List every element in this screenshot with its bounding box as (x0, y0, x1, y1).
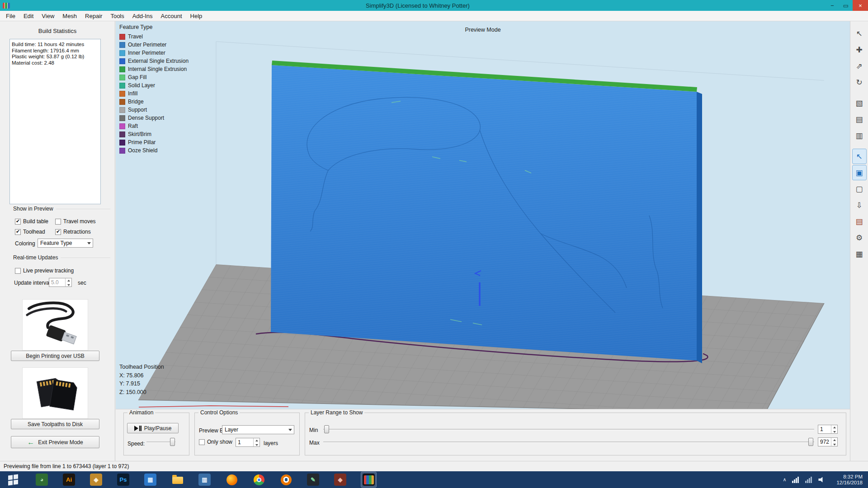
view-top-button[interactable]: ▥ (852, 128, 867, 143)
checkbox-build-table[interactable]: Build table (15, 218, 48, 225)
menu-item-edit[interactable]: Edit (19, 13, 38, 19)
taskbar-app-modeling[interactable]: ◆ (334, 474, 346, 486)
machine-control-button[interactable]: ▦ (852, 246, 867, 262)
usb-print-button-label: Begin Printing over USB (26, 353, 84, 359)
cross-section-button[interactable]: ▣ (852, 165, 867, 180)
taskbar-app-firefox[interactable] (226, 474, 238, 486)
build-table-checkbox[interactable] (15, 219, 21, 225)
build-table-label: Build table (23, 218, 48, 225)
preview-by-select[interactable]: Layer (222, 425, 294, 434)
min-layer-slider[interactable] (323, 425, 814, 434)
taskbar-app-tiles[interactable]: ▦ (144, 474, 156, 486)
rotate-tool-button[interactable]: ↻ (852, 75, 867, 90)
taskbar-app-pen[interactable]: ✎ (307, 474, 319, 486)
speed-slider-thumb[interactable] (170, 438, 175, 446)
import-model-button[interactable]: ⇩ (852, 197, 867, 213)
spinner-arrows-icon[interactable] (831, 425, 837, 433)
menu-item-help[interactable]: Help (186, 13, 207, 19)
view-side-button[interactable]: ▤ (852, 112, 867, 127)
taskbar-app-illustrator[interactable]: Ai (63, 474, 75, 486)
menu-item-view[interactable]: View (38, 13, 58, 19)
exit-preview-button[interactable]: ← Exit Preview Mode (11, 436, 99, 448)
layer-range-group-title: Layer Range to Show (309, 409, 364, 416)
legend-swatch-prime-pillar (119, 140, 125, 145)
coloring-select[interactable]: Feature Type (38, 239, 93, 248)
taskbar-app-simplify3d[interactable] (361, 472, 376, 487)
move-tool-button[interactable]: ✚ (852, 42, 867, 57)
retractions-checkbox[interactable] (55, 229, 61, 235)
speed-slider[interactable] (146, 437, 175, 446)
live-preview-checkbox[interactable] (15, 268, 21, 274)
view-front-button[interactable]: ▧ (852, 95, 867, 111)
max-layer-slider[interactable] (323, 437, 814, 446)
volume-icon[interactable] (818, 477, 824, 483)
usb-print-button[interactable]: Begin Printing over USB (11, 351, 99, 361)
checkbox-travel-moves[interactable]: Travel moves (55, 218, 96, 225)
close-button[interactable]: × (853, 0, 868, 11)
maximize-button[interactable]: ▭ (839, 0, 853, 11)
only-show-layers-input[interactable]: 1 (236, 438, 260, 447)
title-bar[interactable]: Simplify3D (Licensed to Whitney Potter) … (0, 0, 868, 11)
settings-button[interactable]: ⚙ (852, 230, 867, 245)
animation-group-title: Animation (127, 409, 155, 416)
toolhead-select-button[interactable]: ↖ (852, 149, 867, 164)
stat-build-time: Build time: 11 hours 42 minutes (12, 42, 99, 48)
viewport-3d[interactable]: Preview Mode Feature Type Travel Outer P… (116, 21, 850, 409)
taskbar-app-calculator[interactable]: ▥ (198, 474, 211, 486)
calculator-icon: ▥ (202, 477, 207, 483)
window-controls: − ▭ × (826, 0, 868, 11)
menu-item-mesh[interactable]: Mesh (58, 13, 81, 19)
legend-item: Dense Support (119, 114, 189, 122)
checkbox-retractions[interactable]: Retractions (55, 229, 91, 235)
legend-label: Internal Single Extrusion (128, 66, 187, 72)
menu-item-account[interactable]: Account (157, 13, 186, 19)
wireframe-view-button[interactable]: ▢ (852, 181, 867, 197)
taskbar-clock[interactable]: 8:32 PM 12/16/2018 (836, 474, 863, 486)
menu-item-tools[interactable]: Tools (106, 13, 128, 19)
travel-moves-checkbox[interactable] (55, 219, 61, 225)
move-icon: ✚ (856, 45, 862, 55)
layer-range-group: Layer Range to Show Min 1 Max 972 (305, 413, 846, 455)
network-signal-icon[interactable] (792, 477, 799, 483)
legend-item: Bridge (119, 98, 189, 106)
checkbox-live-preview[interactable]: Live preview tracking (15, 267, 74, 274)
cellular-signal-icon[interactable] (805, 477, 812, 483)
legend-swatch-solid-layer (119, 83, 125, 89)
cube-side-icon: ▤ (855, 115, 863, 124)
spinner-arrows-icon[interactable] (831, 438, 837, 446)
taskbar-app-photoshop[interactable]: Ps (117, 474, 129, 486)
scale-tool-button[interactable]: ⇗ (852, 58, 867, 74)
play-pause-button[interactable]: Play/Pause (127, 423, 179, 433)
min-layer-input[interactable]: 1 (818, 425, 838, 434)
min-slider-thumb[interactable] (324, 425, 329, 433)
legend-label: Gap Fill (128, 74, 146, 80)
checkbox-only-show[interactable]: Only show (199, 439, 232, 445)
taskbar-start-button[interactable] (5, 473, 21, 487)
menu-item-repair[interactable]: Repair (81, 13, 106, 19)
menu-item-add-ins[interactable]: Add-Ins (128, 13, 157, 19)
taskbar-app-blender[interactable] (280, 474, 292, 486)
taskbar-app-green[interactable]: ◕ (36, 474, 48, 486)
menu-item-file[interactable]: File (2, 13, 19, 19)
only-show-checkbox[interactable] (199, 439, 205, 445)
retractions-label: Retractions (63, 229, 91, 235)
taskbar-app-chrome[interactable] (253, 474, 265, 486)
minimize-button[interactable]: − (826, 0, 839, 11)
checkbox-toolhead[interactable]: Toolhead (15, 229, 45, 235)
update-interval-input[interactable]: 5.0 (49, 278, 72, 287)
update-interval-label: Update interval (14, 280, 51, 286)
tray-expand-icon[interactable]: ∧ (783, 477, 786, 483)
slider-groove (323, 429, 814, 430)
support-structures-button[interactable]: ▤ (852, 214, 867, 229)
spinner-arrows-icon[interactable] (65, 278, 71, 286)
toolhead-checkbox[interactable] (15, 229, 21, 235)
max-layer-input[interactable]: 972 (818, 437, 838, 446)
build-statistics-title: Build Statistics (0, 28, 115, 34)
save-toolpaths-button[interactable]: Save Toolpaths to Disk (11, 419, 99, 429)
taskbar-app-file-explorer[interactable] (171, 474, 184, 486)
spinner-arrows-icon[interactable] (253, 438, 259, 446)
taskbar-app-gold[interactable]: ◈ (90, 474, 102, 486)
toolhead-z: Z: 150.000 (119, 388, 164, 397)
select-tool-button[interactable]: ↖ (852, 26, 867, 41)
max-slider-thumb[interactable] (808, 438, 813, 446)
